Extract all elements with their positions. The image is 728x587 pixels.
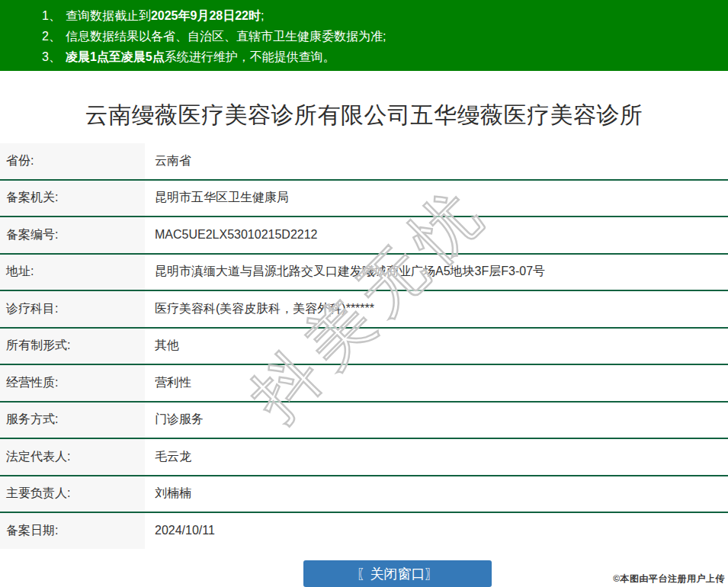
row-label: 主要负责人: <box>0 476 145 512</box>
row-value: 门诊服务 <box>145 403 204 438</box>
table-row: 主要负责人:刘楠楠 <box>0 476 728 514</box>
notice-line-1: 1、查询数据截止到2025年9月28日22时; <box>42 5 728 26</box>
table-row: 备案日期:2024/10/11 <box>0 513 728 549</box>
row-value: 医疗美容科(美容皮肤科，美容外科)****** <box>145 291 374 327</box>
notice-text: 2025年9月28日22时 <box>151 9 261 22</box>
close-window-button[interactable]: 〖关闭窗口〗 <box>303 560 492 587</box>
row-value: 昆明市五华区卫生健康局 <box>145 181 289 217</box>
row-label: 诊疗科目: <box>0 291 145 327</box>
notice-number: 1、 <box>42 9 61 22</box>
notice-number: 2、 <box>42 30 61 43</box>
row-label: 备案日期: <box>0 513 145 549</box>
notice-text: 系统进行维护，不能提供查询。 <box>165 50 335 63</box>
notice-number: 3、 <box>42 50 61 63</box>
table-row: 诊疗科目:医疗美容科(美容皮肤科，美容外科)****** <box>0 291 728 329</box>
notice-text: ; <box>261 9 264 22</box>
row-label: 备案机关: <box>0 181 145 217</box>
row-label: 省份: <box>0 143 145 179</box>
info-table: 省份:云南省备案机关:昆明市五华区卫生健康局备案编号:MAC5UE2LX5301… <box>0 143 728 549</box>
notice-line-3: 3、凌晨1点至凌晨5点系统进行维护，不能提供查询。 <box>42 47 728 67</box>
row-value: 毛云龙 <box>145 439 191 475</box>
table-row: 备案编号:MAC5UE2LX53010215D2212 <box>0 217 728 255</box>
table-row: 法定代表人:毛云龙 <box>0 439 728 476</box>
notice-line-2: 2、信息数据结果以各省、自治区、直辖市卫生健康委数据为准; <box>42 26 728 47</box>
row-value: MAC5UE2LX53010215D2212 <box>145 217 317 253</box>
row-label: 服务方式: <box>0 403 145 438</box>
row-value: 2024/10/11 <box>145 513 215 549</box>
row-label: 备案编号: <box>0 217 145 253</box>
notice-banner: 1、查询数据截止到2025年9月28日22时;2、信息数据结果以各省、自治区、直… <box>0 0 728 71</box>
table-row: 地址:昆明市滇缅大道与昌源北路交叉口建发曦城商业广场A5地块3F层F3-07号 <box>0 255 728 292</box>
row-label: 法定代表人: <box>0 439 145 475</box>
notice-text: 查询数据截止到 <box>66 9 151 22</box>
table-row: 经营性质:营利性 <box>0 365 728 403</box>
row-label: 地址: <box>0 255 145 290</box>
table-row: 省份:云南省 <box>0 143 728 181</box>
row-value: 云南省 <box>145 143 191 179</box>
row-value: 营利性 <box>145 365 191 401</box>
table-row: 备案机关:昆明市五华区卫生健康局 <box>0 181 728 218</box>
table-row: 服务方式:门诊服务 <box>0 403 728 440</box>
row-label: 所有制形式: <box>0 329 145 364</box>
row-value: 刘楠楠 <box>145 476 191 512</box>
row-value: 其他 <box>145 329 179 364</box>
attribution-note: ©本图由平台注册用户上传 <box>613 573 725 585</box>
table-row: 所有制形式:其他 <box>0 329 728 366</box>
page-title: 云南缦薇医疗美容诊所有限公司五华缦薇医疗美容诊所 <box>0 98 728 131</box>
notice-text: 凌晨1点至凌晨5点 <box>66 50 165 63</box>
notice-list: 1、查询数据截止到2025年9月28日22时;2、信息数据结果以各省、自治区、直… <box>42 5 728 67</box>
row-value: 昆明市滇缅大道与昌源北路交叉口建发曦城商业广场A5地块3F层F3-07号 <box>145 255 545 290</box>
notice-text: 信息数据结果以各省、自治区、直辖市卫生健康委数据为准; <box>66 30 386 43</box>
row-label: 经营性质: <box>0 365 145 401</box>
